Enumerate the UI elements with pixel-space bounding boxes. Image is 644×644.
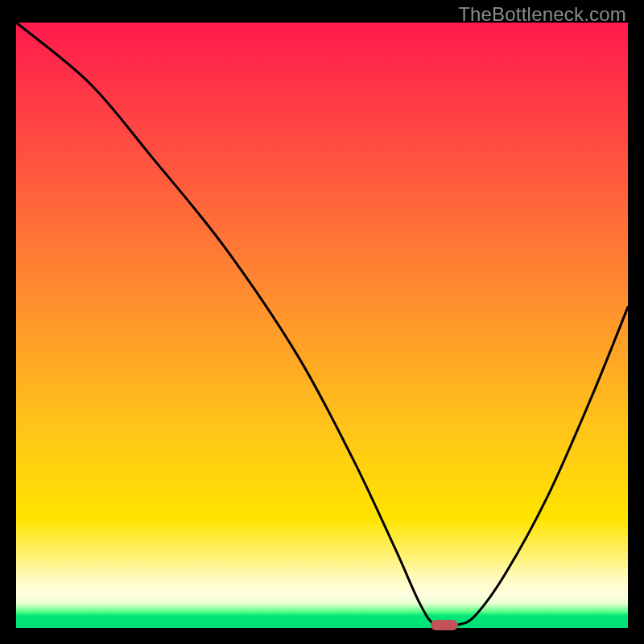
chart-frame: TheBottleneck.com [0,0,644,644]
bottleneck-curve [16,23,628,628]
optimal-marker [431,620,458,630]
plot-area [16,23,628,628]
